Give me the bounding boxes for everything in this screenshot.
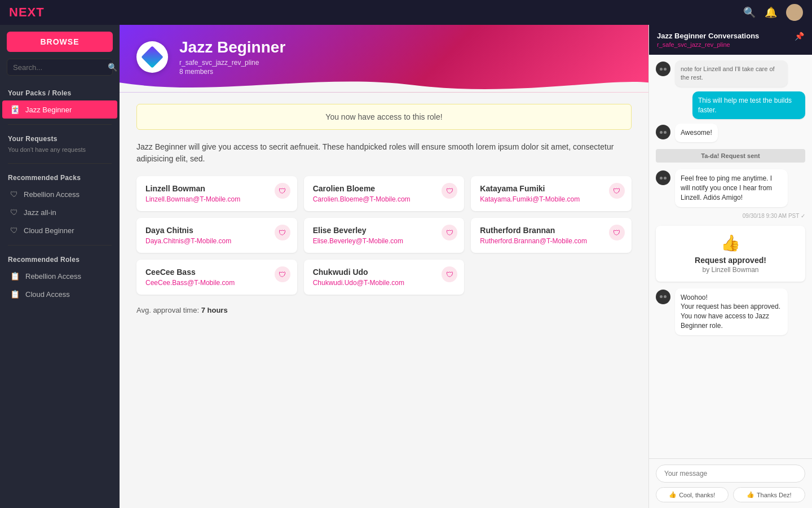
approved-sub: by Linzell Bowman xyxy=(664,266,797,274)
thumbs-icon-1: 👍 xyxy=(669,491,677,498)
sidebar-divider-3 xyxy=(8,245,112,246)
search-icon[interactable]: 🔍 xyxy=(743,6,756,19)
sidebar-item-label: Jazz Beginner xyxy=(25,106,72,114)
member-card: 🛡 Carolien Bloeme Carolien.Bloeme@T-Mobi… xyxy=(304,176,465,211)
pack-description: Jazz Beginner will give you access to se… xyxy=(136,141,632,165)
member-name: CeeCee Bass xyxy=(145,268,288,277)
avatar[interactable] xyxy=(786,4,803,21)
chat-message-input[interactable] xyxy=(656,465,805,483)
pin-icon[interactable]: 📌 xyxy=(795,32,804,41)
sidebar-item-label: Jazz all-in xyxy=(24,208,56,217)
wave-decoration xyxy=(120,73,648,93)
member-badge-icon: 🛡 xyxy=(275,183,290,199)
member-name: Chukwudi Udo xyxy=(313,268,456,277)
member-name: Rutherford Brannan xyxy=(480,226,623,235)
pack-icon-cloud: 🛡 xyxy=(10,226,18,235)
chat-header: Jazz Beginner Conversations r_safe_svc_j… xyxy=(649,25,812,55)
pack-icon-rebellion: 🛡 xyxy=(10,190,18,199)
bot-avatar-3 xyxy=(656,170,670,185)
sidebar-item-label: Cloud Access xyxy=(25,290,70,299)
quick-btn-cool[interactable]: 👍 Cool, thanks! xyxy=(656,487,729,502)
no-requests-text: You don't have any requests xyxy=(0,146,120,157)
sidebar-item-jazz-beginner[interactable]: 🃏 Jazz Beginner xyxy=(2,100,117,119)
chat-input-area: 👍 Cool, thanks! 👍 Thanks Dez! xyxy=(649,458,812,508)
member-badge-icon: 🛡 xyxy=(609,225,625,240)
top-nav: NEXT 🔍 🔔 xyxy=(0,0,812,25)
pack-title-block: Jazz Beginner r_safe_svc_jazz_rev_pline … xyxy=(179,38,285,76)
search-box-icon: 🔍 xyxy=(108,63,117,72)
access-notice: You now have access to this role! xyxy=(136,104,632,130)
bot-avatar-2 xyxy=(656,125,670,139)
member-email: Katayama.Fumiki@T-Mobile.com xyxy=(480,195,623,203)
role-icon-cloud: 📋 xyxy=(10,290,20,299)
search-box: 🔍 xyxy=(7,59,113,76)
main-layout: BROWSE 🔍 Your Packs / Roles 🃏 Jazz Begin… xyxy=(0,25,812,508)
sidebar: BROWSE 🔍 Your Packs / Roles 🃏 Jazz Begin… xyxy=(0,25,120,508)
thumbs-icon-2: 👍 xyxy=(747,491,754,498)
avg-approval-bold: 7 hours xyxy=(201,306,228,314)
sidebar-divider-1 xyxy=(8,124,112,125)
app-logo: NEXT xyxy=(9,5,45,20)
search-input[interactable] xyxy=(13,63,108,72)
quick-btn-thanks-label: Thanks Dez! xyxy=(757,492,792,498)
member-email: Rutherford.Brannan@T-Mobile.com xyxy=(480,237,623,245)
member-badge-icon: 🛡 xyxy=(275,225,290,240)
member-card: 🛡 Linzell Bowman Linzell.Bowman@T-Mobile… xyxy=(136,176,297,211)
pack-title: Jazz Beginner xyxy=(179,38,285,56)
member-name: Daya Chitnis xyxy=(145,226,288,235)
svg-point-0 xyxy=(791,7,798,14)
member-name: Carolien Bloeme xyxy=(313,184,456,193)
member-card: 🛡 CeeCee Bass CeeCee.Bass@T-Mobile.com xyxy=(136,260,297,295)
chat-message-bot-3: Feel free to ping me anytime. I will not… xyxy=(656,169,805,207)
content-area: Jazz Beginner r_safe_svc_jazz_rev_pline … xyxy=(120,25,648,508)
pack-icon-circle xyxy=(136,41,168,73)
sidebar-divider-2 xyxy=(8,163,112,164)
sidebar-item-rebellion-access[interactable]: 🛡 Rebellion Access xyxy=(2,185,117,203)
member-email: Chukwudi.Udo@T-Mobile.com xyxy=(313,279,456,287)
sidebar-item-rebellion-role[interactable]: 📋 Rebellion Access xyxy=(2,267,117,285)
member-card: 🛡 Elise Beverley Elise.Beverley@T-Mobile… xyxy=(304,218,465,253)
quick-btn-thanks[interactable]: 👍 Thanks Dez! xyxy=(733,487,806,502)
approved-title: Request approved! xyxy=(664,256,797,265)
pack-body: You now have access to this role! Jazz B… xyxy=(120,93,648,508)
sidebar-item-cloud-beginner[interactable]: 🛡 Cloud Beginner xyxy=(2,221,117,239)
chat-panel: Jazz Beginner Conversations r_safe_svc_j… xyxy=(648,25,812,508)
member-name: Linzell Bowman xyxy=(145,184,288,193)
chat-bubble-ping: Feel free to ping me anytime. I will not… xyxy=(675,169,788,207)
sidebar-item-label: Rebellion Access xyxy=(24,190,80,199)
top-nav-right: 🔍 🔔 xyxy=(743,4,803,21)
member-name: Elise Beverley xyxy=(313,226,456,235)
bot-avatar xyxy=(656,62,670,76)
member-badge-icon: 🛡 xyxy=(609,183,625,199)
member-card: 🛡 Daya Chitnis Daya.Chitnis@T-Mobile.com xyxy=(136,218,297,253)
member-email: Daya.Chitnis@T-Mobile.com xyxy=(145,237,288,245)
chat-timestamp: 09/30/18 9:30 AM PST ✓ xyxy=(656,213,805,219)
role-icon-rebellion: 📋 xyxy=(10,271,20,281)
chat-message-bot-1: note for Linzell and I'll take care of t… xyxy=(656,60,805,87)
pack-header-content: Jazz Beginner r_safe_svc_jazz_rev_pline … xyxy=(136,38,285,76)
pack-header: Jazz Beginner r_safe_svc_jazz_rev_pline … xyxy=(120,25,648,93)
chat-bubble-user-1: This will help me test the builds faster… xyxy=(692,91,805,120)
chat-status-sent: Ta-da! Request sent xyxy=(656,149,805,163)
member-email: Linzell.Bowman@T-Mobile.com xyxy=(145,195,288,203)
bot-avatar-4 xyxy=(656,290,670,304)
recommended-packs-section-title: Recommended Packs xyxy=(0,169,120,185)
member-email: Carolien.Bloeme@T-Mobile.com xyxy=(313,195,456,203)
quick-btn-cool-label: Cool, thanks! xyxy=(679,492,715,498)
your-requests-section-title: Your Requests xyxy=(0,130,120,146)
avg-approval-time: Avg. approval time: 7 hours xyxy=(136,306,632,314)
notification-icon[interactable]: 🔔 xyxy=(765,6,777,19)
member-card: 🛡 Katayama Fumiki Katayama.Fumiki@T-Mobi… xyxy=(471,176,632,211)
sidebar-item-jazz-allin[interactable]: 🛡 Jazz all-in xyxy=(2,203,117,221)
pack-icon: 🃏 xyxy=(10,105,20,114)
chat-header-sub: r_safe_svc_jazz_rev_pline xyxy=(657,41,759,48)
chat-bubble-woohoo: Woohoo!Your request has been approved. Y… xyxy=(675,288,788,335)
browse-button[interactable]: BROWSE xyxy=(7,32,113,52)
chat-bubble: note for Linzell and I'll take care of t… xyxy=(675,60,788,87)
member-email: Elise.Beverley@T-Mobile.com xyxy=(313,237,456,245)
member-name: Katayama Fumiki xyxy=(480,184,623,193)
member-badge-icon: 🛡 xyxy=(275,266,290,282)
chat-quick-buttons: 👍 Cool, thanks! 👍 Thanks Dez! xyxy=(656,487,805,502)
sidebar-item-cloud-access[interactable]: 📋 Cloud Access xyxy=(2,285,117,303)
chat-message-bot-2: Awesome! xyxy=(656,124,805,142)
